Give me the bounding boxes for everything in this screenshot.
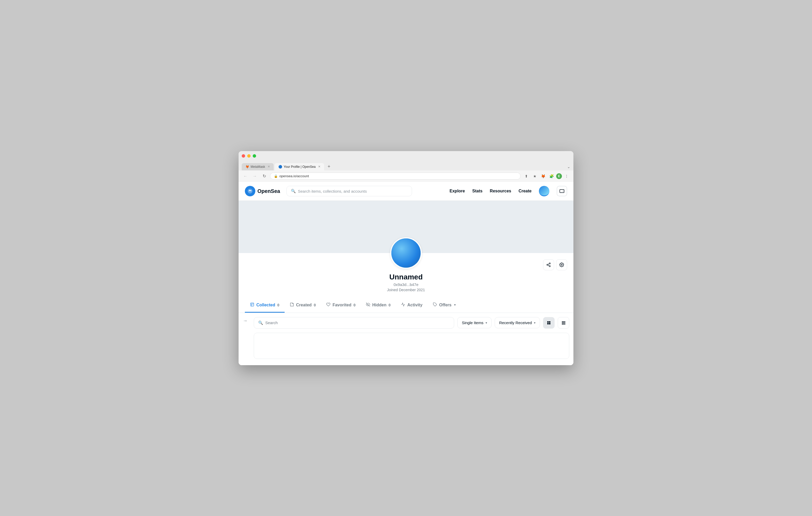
metamask-tab-label: MetaMask (251, 165, 265, 169)
reload-button[interactable]: ↻ (261, 173, 268, 180)
single-items-chevron-icon: ▾ (486, 321, 487, 325)
lock-icon: 🔒 (274, 174, 278, 178)
browser-menu-button[interactable]: ⋮ (563, 173, 570, 180)
opensea-logo-icon (245, 186, 255, 196)
traffic-lights (242, 154, 256, 158)
browser-window: 🦊 MetaMask ✕ 🔵 Your Profile | OpenSea ✕ … (239, 151, 573, 365)
hidden-tab-label: Hidden (372, 303, 386, 307)
address-bar[interactable]: 🔒 opensea.io/account (270, 173, 521, 180)
favorited-tab-icon (326, 302, 330, 308)
recently-received-dropdown[interactable]: Recently Received ▾ (495, 317, 540, 328)
svg-rect-19 (563, 322, 564, 323)
tab-collected[interactable]: Collected 0 (245, 298, 285, 313)
tab-hidden[interactable]: Hidden 0 (361, 298, 396, 313)
sidebar-toggle-button[interactable]: → (239, 313, 252, 365)
opensea-tab-close[interactable]: ✕ (318, 165, 320, 168)
svg-point-2 (547, 264, 548, 265)
recently-received-label: Recently Received (499, 321, 532, 325)
settings-button[interactable] (556, 259, 567, 270)
metamask-tab-close[interactable]: ✕ (268, 165, 270, 168)
collected-tab-label: Collected (256, 303, 275, 307)
single-items-dropdown[interactable]: Single Items ▾ (457, 317, 492, 328)
svg-rect-22 (563, 324, 564, 324)
profile-avatar (390, 237, 422, 269)
svg-rect-21 (562, 324, 563, 324)
svg-marker-8 (290, 303, 293, 306)
svg-rect-0 (560, 189, 564, 193)
title-bar (239, 151, 573, 161)
created-tab-label: Created (296, 303, 312, 307)
profile-actions (543, 259, 567, 270)
nav-wallet-button[interactable] (557, 186, 567, 196)
tab-activity[interactable]: Activity (396, 298, 428, 313)
hidden-tab-count: 0 (388, 303, 390, 307)
svg-rect-12 (549, 321, 550, 323)
svg-rect-15 (562, 321, 563, 322)
favorited-tab-count: 0 (353, 303, 355, 307)
nav-search-box[interactable]: 🔍 (286, 186, 412, 196)
item-search-box[interactable]: 🔍 (254, 317, 454, 329)
fullscreen-button[interactable] (253, 154, 256, 158)
share-profile-button[interactable] (543, 259, 554, 270)
empty-content-area (254, 333, 569, 359)
nav-resources[interactable]: Resources (490, 189, 511, 193)
item-search-icon: 🔍 (258, 321, 263, 325)
svg-line-5 (548, 264, 549, 264)
new-tab-button[interactable]: + (325, 163, 332, 171)
svg-point-1 (549, 263, 550, 264)
grid-large-view-button[interactable] (543, 317, 555, 329)
activity-tab-label: Activity (407, 303, 423, 307)
nav-explore[interactable]: Explore (450, 189, 465, 193)
recently-received-chevron-icon: ▾ (534, 321, 535, 325)
favorited-tab-label: Favorited (332, 303, 351, 307)
profile-section: Unnamed 0x9a3d...b47e Joined December 20… (239, 253, 573, 298)
svg-rect-13 (547, 323, 549, 324)
tab-created[interactable]: Created 0 (285, 298, 321, 313)
close-button[interactable] (242, 154, 245, 158)
tab-offers[interactable]: Offers ▾ (428, 298, 461, 313)
single-items-label: Single Items (462, 321, 484, 325)
tab-menu-button[interactable]: ⌄ (567, 165, 570, 169)
offers-tab-label: Offers (439, 303, 452, 307)
opensea-tab-icon: 🔵 (278, 165, 282, 169)
svg-rect-14 (549, 323, 550, 324)
nav-stats[interactable]: Stats (472, 189, 483, 193)
tab-metamask[interactable]: 🦊 MetaMask ✕ (242, 163, 273, 171)
profile-joined: Joined December 2021 (387, 288, 425, 292)
minimize-button[interactable] (247, 154, 251, 158)
svg-line-4 (548, 265, 549, 266)
offers-dropdown-chevron: ▾ (454, 303, 456, 307)
tab-favorited[interactable]: Favorited 0 (321, 298, 361, 313)
svg-rect-20 (564, 322, 565, 323)
profile-avatar-image (392, 238, 420, 268)
opensea-navbar: OpenSea 🔍 Explore Stats Resources Create (239, 182, 573, 201)
nav-user-avatar[interactable] (539, 186, 549, 196)
grid-small-view-button[interactable] (558, 317, 569, 329)
created-tab-icon (290, 302, 294, 308)
profile-name: Unnamed (389, 273, 423, 281)
metamask-tab-icon: 🦊 (245, 165, 249, 169)
hidden-tab-icon (366, 302, 370, 308)
collected-tab-icon (250, 302, 254, 308)
metamask-extension-icon[interactable]: 🦊 (540, 173, 547, 180)
opensea-tab-label: Your Profile | OpenSea (284, 165, 316, 169)
tab-bar: 🦊 MetaMask ✕ 🔵 Your Profile | OpenSea ✕ … (239, 161, 573, 171)
bookmark-icon[interactable]: ★ (531, 173, 539, 180)
nav-create[interactable]: Create (519, 189, 531, 193)
browser-user-avatar[interactable]: E (556, 173, 562, 179)
extensions-icon[interactable]: 🧩 (548, 173, 555, 180)
forward-button[interactable]: → (251, 173, 258, 180)
tab-opensea[interactable]: 🔵 Your Profile | OpenSea ✕ (275, 163, 324, 171)
svg-point-6 (561, 264, 562, 265)
share-icon[interactable]: ⬆ (523, 173, 530, 180)
profile-address: 0x9a3d...b47e (394, 282, 418, 287)
back-button[interactable]: ← (242, 173, 249, 180)
svg-rect-16 (563, 321, 564, 322)
svg-rect-23 (564, 324, 565, 324)
opensea-logo[interactable]: OpenSea (245, 186, 280, 196)
item-search-input[interactable] (265, 321, 450, 325)
svg-rect-11 (547, 321, 549, 323)
nav-search-icon: 🔍 (291, 189, 296, 193)
nav-search-input[interactable] (298, 189, 408, 193)
url-text: opensea.io/account (280, 174, 309, 178)
